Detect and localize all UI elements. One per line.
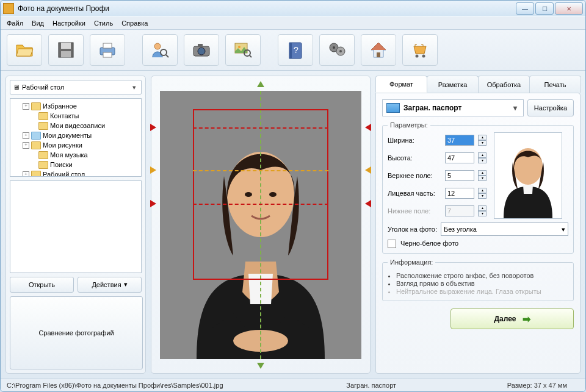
- crop-rectangle[interactable]: [193, 109, 328, 280]
- tb-home[interactable]: [361, 34, 396, 66]
- content: 🖥 Рабочий стол ▾ +ИзбранноеКонтактыМои в…: [1, 71, 585, 379]
- menubar: Файл Вид Настройки Стиль Справка: [1, 16, 585, 30]
- svg-point-10: [198, 48, 205, 55]
- tree-item[interactable]: Мои видеозаписи: [12, 121, 140, 130]
- spin-bottom: ▴▾: [478, 205, 487, 216]
- titlebar: Фото на документы Профи — ☐ ✕: [1, 1, 585, 16]
- document-type-select[interactable]: Загран. паспорт ▾: [382, 99, 524, 116]
- tb-camera[interactable]: [184, 34, 219, 66]
- compare-button[interactable]: Сравнение фотографий: [10, 296, 143, 370]
- spin-top[interactable]: ▴▾: [478, 170, 487, 181]
- tb-cart[interactable]: [402, 34, 438, 66]
- tree-item[interactable]: +Мои рисунки: [12, 140, 140, 150]
- spin-face[interactable]: ▴▾: [478, 188, 487, 199]
- menu-view[interactable]: Вид: [32, 20, 44, 27]
- bw-checkbox[interactable]: [388, 240, 396, 248]
- marker-right-3[interactable]: [365, 200, 371, 207]
- svg-point-21: [339, 50, 342, 52]
- chevron-down-icon: ▾: [124, 280, 128, 288]
- menu-help[interactable]: Справка: [121, 20, 148, 27]
- input-width[interactable]: [445, 135, 474, 146]
- close-button[interactable]: ✕: [555, 2, 583, 15]
- svg-point-13: [238, 46, 241, 48]
- document-type-label: Загран. паспорт: [403, 104, 507, 112]
- actions-button[interactable]: Действия▾: [78, 277, 142, 293]
- tab-format[interactable]: Формат: [375, 76, 427, 93]
- chevron-down-icon: ▾: [511, 104, 519, 112]
- tb-open[interactable]: [7, 34, 42, 66]
- tab-print[interactable]: Печать: [529, 76, 581, 93]
- guide-chin[interactable]: [193, 204, 328, 205]
- marker-left-3[interactable]: [150, 200, 156, 207]
- label-bw: Черно-белое фото: [400, 240, 458, 247]
- tb-save[interactable]: [48, 34, 84, 66]
- svg-point-23: [416, 55, 419, 58]
- tb-user-search[interactable]: [142, 34, 178, 66]
- tree-item[interactable]: Контакты: [12, 111, 140, 121]
- open-button[interactable]: Открыть: [10, 277, 74, 293]
- marker-right-2[interactable]: [365, 166, 371, 174]
- menu-settings[interactable]: Настройки: [52, 20, 85, 27]
- maximize-button[interactable]: ☐: [535, 2, 554, 15]
- input-face[interactable]: [445, 188, 474, 199]
- info-legend: Информация:: [388, 258, 435, 266]
- location-label: Рабочий стол: [22, 84, 128, 91]
- guide-eyes[interactable]: [193, 170, 328, 171]
- svg-rect-16: [289, 43, 292, 59]
- input-height[interactable]: [445, 152, 474, 163]
- tree-item[interactable]: +Рабочий стол: [12, 169, 140, 177]
- spin-width[interactable]: ▴▾: [478, 135, 487, 146]
- folder-tree[interactable]: +ИзбранноеКонтактыМои видеозаписи+Мои до…: [10, 98, 142, 177]
- tab-processing[interactable]: Обработка: [478, 76, 530, 93]
- tab-bar: Формат Разметка Обработка Печать: [375, 76, 581, 93]
- svg-rect-22: [377, 52, 380, 57]
- menu-style[interactable]: Стиль: [94, 20, 113, 27]
- marker-bottom[interactable]: [257, 363, 264, 369]
- spin-height[interactable]: ▴▾: [478, 152, 487, 163]
- settings-button[interactable]: Настройка: [527, 99, 574, 116]
- tree-item[interactable]: +Мои документы: [12, 130, 140, 140]
- info-item: Взгляд прямо в объектив: [396, 280, 568, 287]
- tb-print[interactable]: [90, 34, 125, 66]
- svg-point-20: [333, 46, 335, 49]
- corner-select[interactable]: Без уголка▾: [441, 223, 568, 236]
- location-selector[interactable]: 🖥 Рабочий стол ▾: [10, 80, 142, 94]
- chevron-down-icon: ▾: [562, 226, 565, 233]
- tree-item[interactable]: Поиски: [12, 160, 140, 169]
- tb-image-search[interactable]: [225, 34, 261, 66]
- sidebar-panel: 🖥 Рабочий стол ▾ +ИзбранноеКонтактыМои в…: [5, 76, 146, 374]
- tree-item[interactable]: Моя музыка: [12, 150, 140, 160]
- photo-canvas[interactable]: [160, 91, 361, 359]
- result-thumbnail: [494, 132, 562, 219]
- statusbar: C:\Program Files (x86)\Фото на документы…: [1, 379, 585, 391]
- marker-right-1[interactable]: [365, 124, 371, 131]
- file-preview: [10, 180, 142, 273]
- svg-rect-11: [198, 44, 203, 47]
- tree-item[interactable]: +Избранное: [12, 101, 140, 111]
- svg-text:?: ?: [294, 45, 298, 55]
- svg-point-24: [422, 55, 425, 58]
- svg-rect-5: [103, 52, 112, 57]
- marker-left-1[interactable]: [150, 124, 156, 131]
- next-button[interactable]: Далее ➡: [450, 308, 574, 329]
- parameters-fieldset: Параметры: Ширина: ▴▾ Высота: ▴▾ Верхнее…: [382, 121, 574, 254]
- app-icon: [3, 3, 14, 14]
- svg-rect-2: [61, 51, 71, 57]
- menu-file[interactable]: Файл: [7, 20, 23, 27]
- marker-top[interactable]: [257, 81, 264, 87]
- marker-left-2[interactable]: [150, 166, 156, 174]
- tab-layout[interactable]: Разметка: [427, 76, 479, 93]
- window-title: Фото на документы Профи: [18, 4, 516, 13]
- tb-video[interactable]: [319, 34, 355, 66]
- label-corner: Уголок на фото:: [388, 226, 437, 233]
- minimize-button[interactable]: —: [516, 2, 534, 15]
- app-window: Фото на документы Профи — ☐ ✕ Файл Вид Н…: [0, 0, 586, 392]
- input-top[interactable]: [445, 170, 474, 181]
- svg-rect-4: [103, 43, 112, 48]
- guide-top[interactable]: [193, 127, 328, 129]
- tb-help[interactable]: ?: [278, 34, 313, 66]
- monitor-icon: 🖥: [13, 84, 20, 91]
- status-doc: Загран. паспорт: [236, 382, 507, 389]
- status-path: C:\Program Files (x86)\Фото на документы…: [7, 382, 223, 389]
- label-top: Верхнее поле:: [388, 172, 443, 179]
